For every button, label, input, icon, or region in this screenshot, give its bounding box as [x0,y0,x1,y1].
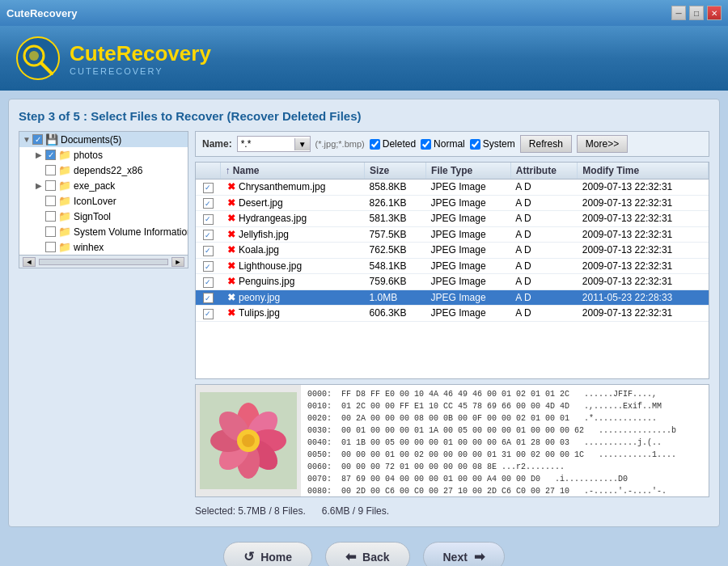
deleted-checkbox[interactable] [370,139,380,150]
tree-check-sysvolinfo[interactable] [45,226,56,237]
col-name[interactable]: Name [220,163,365,180]
file-attr-1: A D [510,195,577,211]
tree-item-winhex[interactable]: 📁winhex [19,239,188,255]
home-button[interactable]: ↺ Home [223,542,312,566]
back-icon: ⬅ [345,549,356,564]
scroll-right[interactable]: ► [171,257,184,267]
expand-icon-photos[interactable]: ▶ [36,150,45,159]
file-time-2: 2009-07-13 22:32:31 [578,211,709,227]
close-button[interactable]: ✕ [707,6,722,20]
expand-icon-documents[interactable]: ▼ [23,135,32,144]
file-size-6: 759.6KB [365,274,426,290]
home-label: Home [260,551,292,564]
row-check-8[interactable] [203,309,214,319]
content-area: ▼✓💾Documents(5)▶✓📁photos 📁depends22_x86▶… [19,131,709,517]
file-time-6: 2009-07-13 22:32:31 [578,274,709,290]
folder-icon-documents: 💾 [45,133,58,146]
bottom-nav: ↺ Home ⬅ Back Next ➡ [0,535,728,566]
tree-item-exe_pack[interactable]: ▶📁exe_pack [19,178,188,193]
file-attr-2: A D [510,211,577,227]
file-size-1: 826.1KB [365,195,426,211]
col-size[interactable]: Size [365,163,426,180]
row-check-0[interactable] [203,183,214,193]
table-row[interactable]: ✖peony.jpg1.0MBJPEG ImageA D2011-05-23 2… [196,289,709,306]
logo-title: CuteRecovery [70,41,211,66]
file-attr-8: A D [510,306,577,322]
row-check-1[interactable] [203,198,214,209]
tree-item-sysvolinfo[interactable]: 📁System Volume Information [19,224,188,239]
file-size-2: 581.3KB [365,211,426,227]
filter-dropdown[interactable]: ▼ [294,138,310,150]
file-time-3: 2009-07-13 22:32:31 [578,226,709,243]
system-checkbox[interactable] [470,139,480,150]
tree-check-signtool[interactable] [45,211,56,222]
file-attr-5: A D [510,258,577,274]
tree-item-photos[interactable]: ▶✓📁photos [19,147,188,163]
tree-label-documents: Documents(5) [61,134,121,146]
table-row[interactable]: ✖Hydrangeas.jpg581.3KBJPEG ImageA D2009-… [196,211,709,227]
table-row[interactable]: ✖Desert.jpg826.1KBJPEG ImageA D2009-07-1… [196,195,709,211]
tree-check-winhex[interactable] [45,242,56,252]
tree-check-photos[interactable]: ✓ [45,150,56,160]
back-button[interactable]: ⬅ Back [325,542,409,566]
table-row[interactable]: ✖Lighthouse.jpg548.1KBJPEG ImageA D2009-… [196,258,709,274]
more-button[interactable]: More>> [577,135,628,153]
tree-check-icontlover[interactable] [45,196,56,206]
col-attr[interactable]: Attribute [510,163,577,180]
row-check-5[interactable] [203,261,214,272]
minimize-button[interactable]: ─ [671,6,686,20]
normal-check[interactable]: Normal [421,138,465,150]
logo-recovery: Recovery [116,41,211,65]
tree-check-documents[interactable]: ✓ [32,134,43,145]
table-row[interactable]: ✖Penguins.jpg759.6KBJPEG ImageA D2009-07… [196,274,709,290]
scroll-left[interactable]: ◄ [23,257,36,267]
tree-scrollbar[interactable]: ◄ ► [19,256,188,268]
col-type[interactable]: File Type [426,163,511,180]
tree-item-documents[interactable]: ▼✓💾Documents(5) [19,132,188,147]
tree-item-icontlover[interactable]: 📁IconLover [19,193,188,209]
system-label: System [483,138,515,150]
row-check-4[interactable] [203,246,214,256]
delete-icon-1: ✖ [227,197,235,209]
folder-icon-photos: 📁 [58,149,71,161]
deleted-check[interactable]: Deleted [370,138,416,150]
maximize-button[interactable]: □ [689,6,704,20]
file-type-4: JPEG Image [426,243,511,259]
left-panel-wrapper: ▼✓💾Documents(5)▶✓📁photos 📁depends22_x86▶… [19,131,188,517]
filter-input[interactable] [238,137,294,151]
col-time[interactable]: Modify Time [578,163,709,180]
file-name-0: Chrysanthemum.jpg [239,181,325,192]
delete-icon-0: ✖ [227,181,235,192]
titlebar: CuteRecovery ─ □ ✕ [0,0,728,26]
tree-check-depends22[interactable] [45,165,56,175]
file-type-5: JPEG Image [426,258,511,274]
system-check[interactable]: System [470,138,515,150]
file-size-0: 858.8KB [365,180,426,196]
logo-sub: CUTERECOVERY [70,66,211,76]
row-check-3[interactable] [203,230,214,240]
tree-item-depends22[interactable]: 📁depends22_x86 [19,163,188,178]
status-bar: Selected: 5.7MB / 8 Files. 6.6MB / 9 Fil… [195,502,709,517]
tree-check-exe_pack[interactable] [45,180,56,191]
normal-checkbox[interactable] [421,139,431,150]
file-type-2: JPEG Image [426,211,511,227]
filter-name-label: Name: [202,138,232,150]
table-row[interactable]: ✖Chrysanthemum.jpg858.8KBJPEG ImageA D20… [196,180,709,196]
table-row[interactable]: ✖Tulips.jpg606.3KBJPEG ImageA D2009-07-1… [196,306,709,322]
home-icon: ↺ [243,549,254,564]
folder-icon-exe_pack: 📁 [58,180,71,192]
refresh-button[interactable]: Refresh [520,135,572,153]
preview-area: 0000: FF D8 FF E0 00 10 4A 46 49 46 00 0… [195,384,709,497]
row-check-6[interactable] [203,277,214,288]
next-button[interactable]: Next ➡ [423,542,505,566]
table-row[interactable]: ✖Koala.jpg762.5KBJPEG ImageA D2009-07-13… [196,243,709,259]
col-check [196,163,220,180]
row-check-2[interactable] [203,214,214,225]
file-name-2: Hydrangeas.jpg [239,213,307,224]
file-list[interactable]: Name Size File Type Attribute Modify Tim… [195,162,709,379]
tree-item-signtool[interactable]: 📁SignTool [19,209,188,224]
row-check-7[interactable] [203,293,214,303]
table-row[interactable]: ✖Jellyfish.jpg757.5KBJPEG ImageA D2009-0… [196,226,709,243]
file-time-5: 2009-07-13 22:32:31 [578,258,709,274]
expand-icon-exe_pack[interactable]: ▶ [36,181,45,190]
